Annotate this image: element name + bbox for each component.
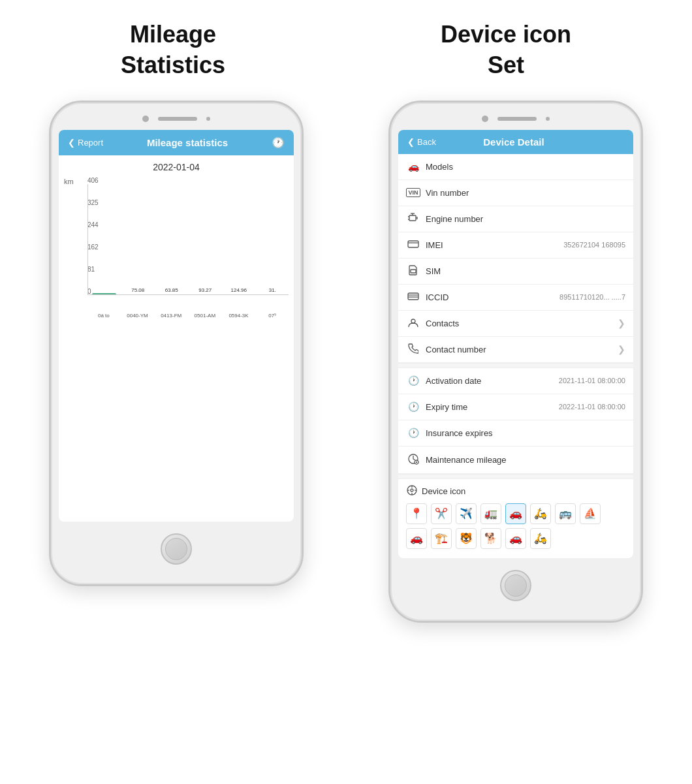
nav-bar-mileage: ❮ Report Mileage statistics 🕐 <box>59 130 294 155</box>
icon-scooter2[interactable]: 🛵 <box>530 528 551 549</box>
icon-plane[interactable]: ✈️ <box>456 503 477 524</box>
nav-title-mileage: Mileage statistics <box>147 137 228 148</box>
phone-bottom-right <box>398 570 633 601</box>
camera-left <box>142 116 149 122</box>
contact-number-label: Contact number <box>426 345 615 354</box>
x-labels: 0á to0040-YM0413-FM0501-AM0594-3K07⁵ <box>87 313 289 319</box>
bar-value-5: 31. <box>269 287 276 293</box>
icon-row-1: 📍 ✂️ ✈️ 🚛 🚗 🛵 🚌 ⛵ <box>406 503 625 524</box>
svg-rect-10 <box>408 293 418 300</box>
activation-label: Activation date <box>426 376 556 386</box>
left-screen: ❮ Report Mileage statistics 🕐 2022-01-04… <box>59 130 294 522</box>
bar-group-3: 93.27 <box>189 287 222 294</box>
icon-car2[interactable]: 🚗 <box>505 528 526 549</box>
models-label: Models <box>426 162 625 172</box>
bar-value-2: 63.85 <box>165 287 178 293</box>
icon-location[interactable]: 📍 <box>406 503 427 524</box>
bar-group-0 <box>88 293 121 294</box>
back-label-device: Back <box>417 137 436 147</box>
engine-label: Engine number <box>426 214 625 224</box>
bar-0 <box>92 293 116 294</box>
bars-area: 75.0863.8593.27124.9631. <box>87 184 289 295</box>
contacts-label: Contacts <box>426 319 615 328</box>
left-section-title: Mileage Statistics <box>121 20 225 81</box>
x-label-2: 0413-FM <box>155 313 187 319</box>
contacts-chevron: ❯ <box>618 318 625 328</box>
expiry-label: Expiry time <box>426 402 556 412</box>
clock-icon-3: 🕐 <box>406 428 420 438</box>
home-button-inner-right <box>505 574 527 597</box>
iccid-icon <box>406 292 420 303</box>
row-maintenance: Maintenance mileage <box>398 447 633 474</box>
bar-value-1: 75.08 <box>131 287 144 293</box>
camera-right <box>482 116 488 122</box>
bar-value-3: 93.27 <box>198 287 212 293</box>
nav-back-mileage[interactable]: ❮ Report <box>68 138 103 148</box>
contacts-icon <box>406 317 420 330</box>
row-contact-number[interactable]: Contact number ❯ <box>398 337 633 363</box>
vin-label: Vin number <box>426 188 625 198</box>
icon-scissors[interactable]: ✂️ <box>431 503 452 524</box>
phone-top-left <box>59 116 294 122</box>
icon-scooter1[interactable]: 🛵 <box>530 503 551 524</box>
nav-back-device[interactable]: ❮ Back <box>407 137 436 147</box>
row-contacts[interactable]: Contacts ❯ <box>398 311 633 337</box>
home-button-left[interactable] <box>161 533 192 565</box>
right-section-title: Device icon Set <box>441 20 571 81</box>
section-divider-2 <box>398 474 633 479</box>
row-imei: IMEI 352672104 168095 <box>398 232 633 259</box>
chart-area: 2022-01-04 km 0 81 162 244 325 406 75.08… <box>59 155 294 325</box>
row-insurance: 🕐 Insurance expires <box>398 420 633 447</box>
y-label: km <box>64 178 74 185</box>
icon-tiger[interactable]: 🐯 <box>456 528 477 549</box>
svg-point-13 <box>411 319 415 323</box>
icon-dog[interactable]: 🐕 <box>480 528 501 549</box>
nav-title-device: Device Detail <box>436 136 591 148</box>
icon-car[interactable]: 🚗 <box>505 503 526 524</box>
phone-bottom-left <box>59 533 294 565</box>
x-label-0: 0á to <box>87 313 120 319</box>
device-icon-title-icon <box>406 484 418 498</box>
bar-group-1: 75.08 <box>122 287 155 294</box>
bar-group-5: 31. <box>257 287 289 294</box>
icon-bus[interactable]: 🚌 <box>555 503 576 524</box>
chart-container: km 0 81 162 244 325 406 75.0863.8593.271… <box>64 178 289 321</box>
device-icon-section: Device icon 📍 ✂️ ✈️ 🚛 🚗 🛵 🚌 ⛵ 🚗 🏗️ 🐯 <box>398 479 633 558</box>
activation-value: 2021-11-01 08:00:00 <box>559 377 625 384</box>
row-sim: SIM <box>398 259 633 285</box>
notch-dot-left <box>206 117 210 121</box>
svg-rect-0 <box>409 215 416 221</box>
row-expiry: 🕐 Expiry time 2022-11-01 08:00:00 <box>398 394 633 420</box>
history-icon[interactable]: 🕐 <box>272 136 285 149</box>
back-chevron-right: ❮ <box>407 137 415 147</box>
imei-icon <box>406 240 420 251</box>
device-icon-label: Device icon <box>422 486 465 496</box>
phone-top-right <box>398 116 633 122</box>
imei-label: IMEI <box>426 240 561 250</box>
back-chevron-left: ❮ <box>68 138 75 148</box>
notch-dot-right <box>546 117 550 121</box>
row-engine: Engine number <box>398 206 633 232</box>
section-divider-1 <box>398 363 633 368</box>
svg-rect-9 <box>411 270 416 273</box>
bar-group-4: 124.96 <box>223 287 255 294</box>
home-button-right[interactable] <box>500 570 531 601</box>
x-label-4: 0594-3K <box>223 313 255 319</box>
home-button-inner-left <box>165 538 187 560</box>
left-phone: ❮ Report Mileage statistics 🕐 2022-01-04… <box>49 101 304 586</box>
icon-excavator[interactable]: 🏗️ <box>431 528 452 549</box>
device-list-1: 🚗 Models VIN Vin number <box>398 154 633 363</box>
icon-sedan[interactable]: 🚗 <box>406 528 427 549</box>
row-iccid: ICCID 89511710120... .....7 <box>398 285 633 311</box>
icon-boat[interactable]: ⛵ <box>580 503 601 524</box>
expiry-value: 2022-11-01 08:00:00 <box>559 403 625 411</box>
x-label-3: 0501-AM <box>189 313 221 319</box>
back-label-mileage: Report <box>78 138 103 148</box>
clock-icon-2: 🕐 <box>406 401 420 412</box>
device-list-2: 🕐 Activation date 2021-11-01 08:00:00 🕐 … <box>398 368 633 474</box>
sim-icon <box>406 265 420 277</box>
y-tick-406: 406 <box>87 178 99 184</box>
icon-truck[interactable]: 🚛 <box>480 503 501 524</box>
iccid-value: 89511710120... .....7 <box>559 293 625 301</box>
icon-row-2: 🚗 🏗️ 🐯 🐕 🚗 🛵 <box>406 528 625 549</box>
